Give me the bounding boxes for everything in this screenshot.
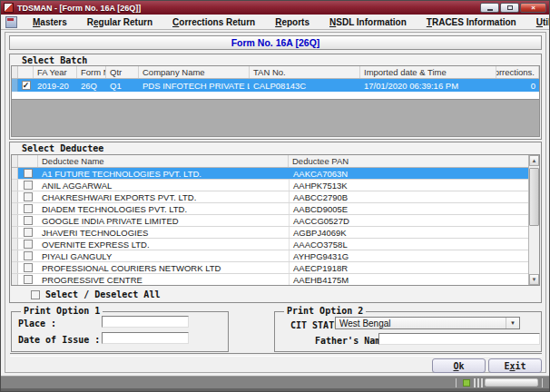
- deductee-row[interactable]: A1 FUTURE TECHNOLOGIES PVT. LTD.AAKCA706…: [12, 168, 529, 180]
- scroll-up-icon[interactable]: ▲: [529, 155, 539, 166]
- select-all-row: Select / Deselect All: [31, 289, 160, 299]
- status-indicator: [463, 379, 470, 387]
- fathers-name-input[interactable]: [378, 333, 540, 345]
- deductee-checkbox[interactable]: [24, 263, 33, 272]
- place-label: Place :: [18, 318, 56, 328]
- batch-col-corrections[interactable]: Total Corrections.: [496, 66, 539, 78]
- batch-form-no: 26Q: [77, 81, 106, 91]
- batch-qtr: Q1: [106, 81, 139, 91]
- deductee-name: ANIL AGGARWAL: [38, 181, 115, 191]
- batch-company: PDS INFOTECH PRIVATE LIMITED: [139, 81, 250, 91]
- close-button[interactable]: ×: [520, 3, 546, 13]
- deductee-col-select: [18, 155, 38, 167]
- grip-line: [477, 378, 479, 387]
- deductee-pan: AAKCA7063N: [290, 169, 351, 179]
- print-option-2-label: Print Option 2: [284, 306, 366, 316]
- deductee-checkbox[interactable]: [24, 251, 33, 260]
- minimize-icon: [487, 9, 493, 11]
- deductee-col-pan[interactable]: Deductee PAN: [289, 155, 529, 167]
- deductee-row[interactable]: PIYALI GANGULYAYHPG9431G: [12, 250, 529, 262]
- deductee-checkbox[interactable]: [24, 228, 33, 237]
- batch-empty-area: [12, 99, 539, 137]
- app-icon: [4, 3, 14, 13]
- deductee-name: JHAVERI TECHNOLOGIES: [38, 228, 152, 238]
- cit-state-select[interactable]: West Bengal ▼: [335, 317, 520, 329]
- deductee-row[interactable]: PROGRESSIVE CENTREAAEHB4175M: [12, 274, 529, 286]
- print-option-1-label: Print Option 1: [21, 306, 103, 316]
- deductee-scrollbar[interactable]: ▲ ▼: [528, 155, 539, 285]
- deductee-checkbox[interactable]: [24, 240, 33, 249]
- form-icon: [5, 16, 17, 28]
- deductee-checkbox[interactable]: [24, 275, 33, 284]
- batch-checkbox[interactable]: [22, 81, 31, 90]
- batch-col-fa-year[interactable]: FA Year: [34, 66, 77, 78]
- batch-col-tan[interactable]: TAN No.: [250, 66, 360, 78]
- grip-line: [481, 378, 483, 387]
- deductee-row[interactable]: ANIL AGGARWALAAHPK7513K: [12, 180, 529, 191]
- ok-button[interactable]: Ok: [432, 358, 486, 373]
- deductee-grid-header: Deductee Name Deductee PAN: [12, 155, 529, 168]
- deductee-row[interactable]: DIADEM TECHNOLOGIES PVT. LTD.AABCD9005E: [12, 203, 529, 215]
- batch-row[interactable]: 2019-20 26Q Q1 PDS INFOTECH PRIVATE LIMI…: [12, 79, 539, 92]
- tdsman-window: TDSMAN - [Form No. 16A [26Q]] × MastersR…: [0, 0, 550, 392]
- menu-item-reports[interactable]: Reports: [265, 17, 319, 27]
- deductee-row[interactable]: OVERNITE EXPRESS LTD.AAACO3758L: [12, 239, 529, 250]
- deductee-name: A1 FUTURE TECHNOLOGIES PVT. LTD.: [38, 169, 205, 179]
- deductee-pan: AAHPK7513K: [290, 181, 351, 191]
- deductee-name: PIYALI GANGULY: [38, 251, 115, 261]
- deductee-pan: AYHPG9431G: [290, 251, 352, 261]
- row-header: [12, 250, 18, 261]
- batch-corrections: 0: [496, 81, 539, 91]
- menu-item-nsdl-information[interactable]: NSDL Information: [319, 17, 417, 27]
- deductee-row[interactable]: JHAVERI TECHNOLOGIESAGBPJ4069K: [12, 227, 529, 239]
- deductee-name: DIADEM TECHNOLOGIES PVT. LTD.: [38, 204, 191, 214]
- menu-bar: MastersRegular ReturnCorrections ReturnR…: [1, 15, 549, 30]
- scroll-down-icon[interactable]: ▼: [529, 274, 539, 285]
- deductee-checkbox[interactable]: [24, 204, 33, 213]
- row-header: [12, 180, 18, 191]
- deductee-row[interactable]: CHAKRESHWARI EXPORTS PVT. LTD.AABCC2790B: [12, 191, 529, 203]
- batch-col-qtr[interactable]: Qtr: [106, 66, 139, 78]
- deductee-row[interactable]: GOOGLE INDIA PRIVATE LIMITEDAACCG0527D: [12, 215, 529, 227]
- select-all-label: Select / Deselect All: [45, 289, 160, 299]
- deductee-col-name[interactable]: Deductee Name: [38, 155, 289, 167]
- menu-item-masters[interactable]: Masters: [23, 17, 77, 27]
- batch-grid: FA Year Form No Qtr Company Name TAN No.…: [11, 65, 540, 137]
- deductee-name: PROGRESSIVE CENTRE: [38, 275, 146, 285]
- batch-grid-header: FA Year Form No Qtr Company Name TAN No.…: [12, 66, 539, 79]
- deductee-row[interactable]: PROFESSIONAL COURIERS NETWORK LTDAAECP19…: [12, 262, 529, 274]
- place-input[interactable]: [102, 316, 189, 328]
- form-header-title: Form No. 16A [26Q]: [231, 37, 320, 48]
- close-icon: ×: [531, 5, 535, 12]
- deductee-grid: Deductee Name Deductee PAN A1 FUTURE TEC…: [11, 154, 540, 286]
- menu-item-traces-information[interactable]: TRACES Information: [417, 17, 526, 27]
- status-bar: [1, 376, 549, 388]
- scrollbar-thumb[interactable]: [529, 168, 539, 226]
- exit-button[interactable]: Exit: [488, 358, 542, 373]
- deductee-checkbox[interactable]: [24, 192, 33, 201]
- batch-col-select: [18, 66, 34, 78]
- title-bar: TDSMAN - [Form No. 16A [26Q]] ×: [1, 1, 549, 15]
- date-of-issue-input[interactable]: [102, 332, 189, 344]
- deductee-checkbox[interactable]: [24, 169, 33, 178]
- divider: [10, 353, 542, 357]
- deductee-checkbox[interactable]: [24, 181, 33, 190]
- select-all-checkbox[interactable]: [31, 290, 40, 299]
- maximize-button[interactable]: [500, 3, 519, 13]
- menu-items: MastersRegular ReturnCorrections ReturnR…: [23, 15, 550, 29]
- batch-col-imported[interactable]: Imported date & Time: [360, 66, 496, 78]
- menu-item-regular-return[interactable]: Regular Return: [77, 17, 162, 27]
- row-header: [12, 203, 18, 214]
- select-deductee-label: Select Deductee: [19, 143, 106, 153]
- cit-state-value: West Bengal: [336, 318, 506, 328]
- menu-item-utilities[interactable]: Utilities: [526, 17, 550, 27]
- batch-col-form-no[interactable]: Form No: [77, 66, 106, 78]
- row-header: [12, 168, 18, 179]
- batch-col-company[interactable]: Company Name: [139, 66, 250, 78]
- deductee-pan: AAEHB4175M: [290, 275, 352, 285]
- batch-fa-year: 2019-20: [34, 81, 77, 91]
- deductee-name: CHAKRESHWARI EXPORTS PVT. LTD.: [38, 192, 200, 202]
- minimize-button[interactable]: [480, 3, 499, 13]
- deductee-checkbox[interactable]: [24, 216, 33, 225]
- menu-item-corrections-return[interactable]: Corrections Return: [162, 17, 265, 27]
